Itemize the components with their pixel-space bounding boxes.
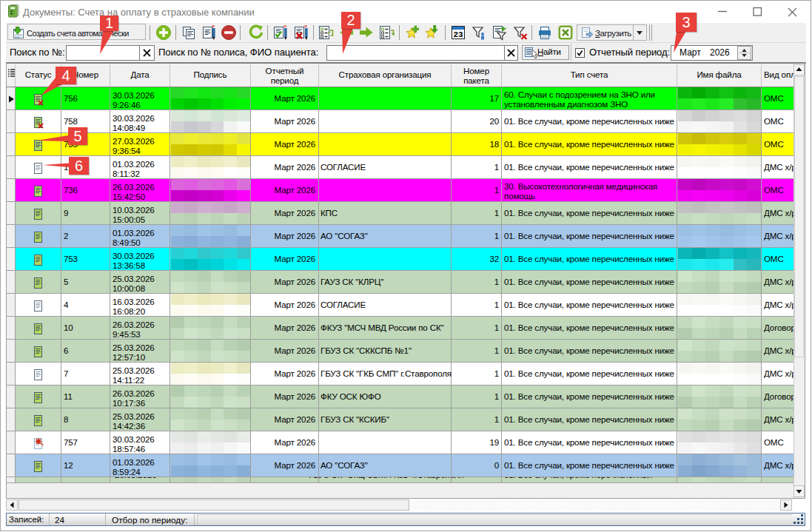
svg-text:23: 23 (453, 30, 463, 39)
